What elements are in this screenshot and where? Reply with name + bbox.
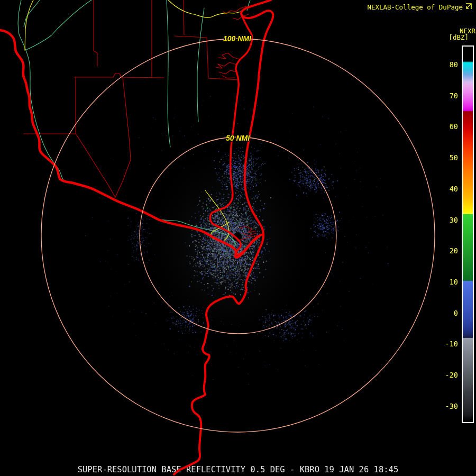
map-overlay [0,0,476,476]
colorbar-tick-label: 10 [426,278,458,287]
colorbar-tick-label: -20 [426,371,458,380]
county-borders [184,0,184,35]
colorbar-tick-label: 80 [426,60,458,69]
colorbar-gradient [463,47,473,422]
range-ring-label: 100 NMI [223,34,251,43]
colorbar-tick-label: 60 [426,122,458,131]
units-label: [dBZ] [448,33,469,41]
county-borders [239,226,255,232]
brand-text: NEXLAB-College of DuPage [367,3,472,11]
colorbar-tick-label: 40 [426,185,458,194]
range-ring-label: 50 NMI [226,134,250,142]
reflectivity-colorbar [462,45,474,423]
county-borders [242,233,256,235]
roads-green [247,0,250,11]
colorbar-tick-label: -30 [426,402,458,411]
roads-green [167,0,170,147]
colorbar-tick-label: 0 [426,309,458,318]
colorbar-tick-label: 30 [426,216,458,225]
county-borders [222,76,235,78]
county-borders [218,53,239,59]
roads-green [26,0,91,50]
roads-green [197,8,204,122]
colorbar-tick-label: -10 [426,340,458,349]
county-borders [94,0,97,66]
county-borders [74,74,164,78]
roads-yellow [205,190,229,240]
brand-label: NEXLAB-College of DuPage [367,3,463,11]
colorbar-tick-label: 20 [426,246,458,255]
roads-yellow [168,0,241,17]
roads-yellow [25,0,33,50]
colorbar-tick-label: 50 [426,153,458,162]
county-borders [76,134,115,197]
roads-green [18,0,236,245]
radar-display: SUPER-RESOLUTION BASE REFLECTIVITY 0.5 D… [0,0,476,476]
county-borders [219,70,238,74]
county-borders [216,62,236,68]
county-borders [115,78,131,197]
colorbar-tick-label: 70 [426,91,458,100]
county-borders [24,78,76,134]
border-river-rio-grande [0,30,261,257]
nexlab-logo-icon [465,3,472,11]
